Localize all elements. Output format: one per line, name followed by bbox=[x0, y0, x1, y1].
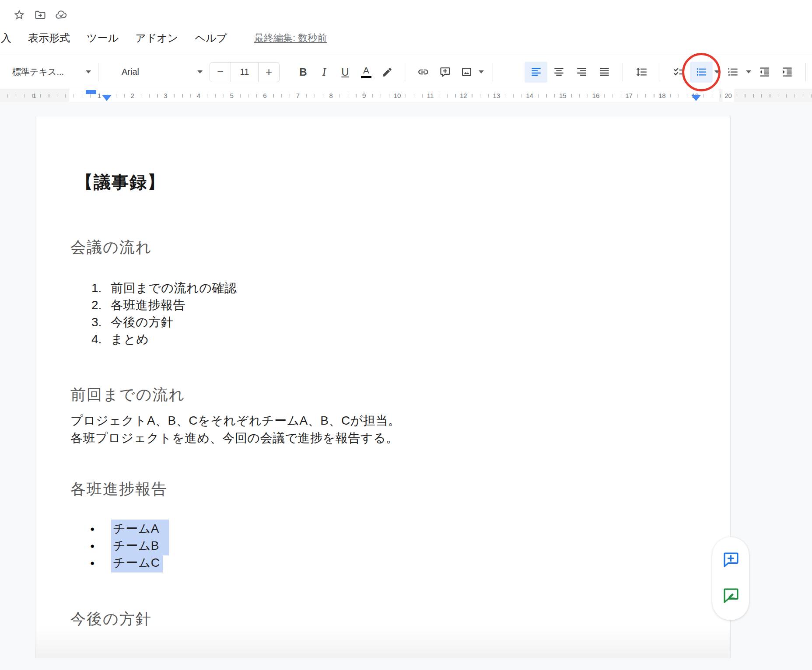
agenda-list-item[interactable]: 4. まとめ bbox=[91, 331, 237, 348]
insert-link-button[interactable] bbox=[412, 62, 434, 83]
ruler-number: 10 bbox=[392, 89, 403, 102]
italic-button[interactable]: I bbox=[314, 62, 335, 83]
numbered-list-button[interactable] bbox=[721, 62, 744, 83]
suggest-edits-fab[interactable] bbox=[721, 586, 741, 607]
align-right-icon bbox=[576, 66, 588, 78]
first-line-indent-marker[interactable] bbox=[86, 90, 96, 94]
right-indent-marker[interactable] bbox=[691, 95, 701, 101]
ruler[interactable]: 1 1234567891011121314151617181920 bbox=[0, 89, 812, 102]
underline-button[interactable]: U bbox=[335, 62, 356, 83]
menu-item[interactable]: 入 bbox=[1, 31, 11, 45]
toolbar-divider bbox=[805, 63, 806, 81]
heading-previous: 前回までの流れ bbox=[70, 384, 185, 405]
line-spacing-button[interactable] bbox=[630, 62, 653, 83]
align-center-button[interactable] bbox=[547, 62, 570, 83]
paragraph-style-value: 標準テキス... bbox=[12, 66, 64, 78]
ruler-number: 8 bbox=[327, 89, 335, 102]
add-comment-icon bbox=[721, 550, 741, 572]
bold-button[interactable]: B bbox=[293, 62, 314, 83]
font-size-control: − 11 + bbox=[210, 62, 280, 82]
list-item-text: まとめ bbox=[111, 331, 149, 348]
justify-button[interactable] bbox=[593, 62, 616, 83]
bulleted-list-button[interactable] bbox=[690, 62, 713, 83]
star-icon[interactable] bbox=[13, 9, 25, 21]
align-left-button[interactable] bbox=[525, 62, 547, 83]
chevron-down-icon bbox=[746, 70, 751, 73]
team-list-item[interactable]: ● チームB bbox=[90, 537, 169, 555]
agenda-list-item[interactable]: 2. 各班進捗報告 bbox=[91, 297, 237, 314]
numbered-list-dropdown[interactable] bbox=[744, 62, 753, 83]
bullet-glyph: ● bbox=[90, 525, 97, 534]
topbar: 入表示形式ツールアドオンヘルプ 最終編集: 数秒前 bbox=[0, 0, 812, 55]
line-spacing-icon bbox=[636, 66, 648, 78]
menu-item[interactable]: ヘルプ bbox=[195, 31, 227, 45]
add-comment-fab[interactable] bbox=[721, 551, 741, 571]
underline-icon: U bbox=[341, 66, 349, 78]
checklist-icon bbox=[673, 66, 685, 78]
team-list-item[interactable]: ● チームA bbox=[90, 520, 169, 537]
selected-team-text: チームA bbox=[111, 520, 169, 538]
paragraph-line: 各班プロジェクトを進め、今回の会議で進捗を報告する。 bbox=[70, 429, 400, 447]
toolbar-divider bbox=[493, 63, 493, 81]
cloud-saved-icon[interactable] bbox=[55, 9, 67, 21]
highlight-color-button[interactable] bbox=[377, 62, 398, 83]
move-folder-icon[interactable] bbox=[34, 9, 46, 21]
highlighter-icon bbox=[382, 66, 393, 78]
checklist-button[interactable] bbox=[667, 62, 690, 83]
link-icon bbox=[417, 66, 429, 78]
decrease-indent-button[interactable] bbox=[753, 62, 776, 83]
bullet-glyph: ● bbox=[90, 559, 97, 568]
ruler-number: 7 bbox=[294, 89, 302, 102]
toolbar-divider bbox=[623, 63, 623, 81]
ruler-number: 17 bbox=[623, 89, 635, 102]
last-edit-link[interactable]: 最終編集: 数秒前 bbox=[254, 31, 327, 45]
align-left-icon bbox=[530, 66, 542, 78]
document-title: 【議事録】 bbox=[76, 171, 165, 194]
insert-image-icon bbox=[461, 66, 472, 78]
menu-item[interactable]: ツール bbox=[87, 31, 119, 45]
agenda-list-item[interactable]: 3. 今後の方針 bbox=[91, 314, 237, 331]
ruler-number: 11 bbox=[425, 89, 436, 102]
heading-progress: 各班進捗報告 bbox=[70, 479, 168, 499]
left-indent-marker[interactable] bbox=[102, 95, 112, 101]
italic-icon: I bbox=[322, 66, 326, 78]
text-color-button[interactable]: A bbox=[356, 62, 377, 83]
list-number: 1. bbox=[91, 281, 111, 295]
heading-agenda: 会議の流れ bbox=[70, 237, 152, 258]
align-right-button[interactable] bbox=[570, 62, 593, 83]
bulleted-list-icon bbox=[696, 66, 707, 78]
suggest-edit-icon bbox=[721, 586, 741, 607]
list-item-text: 前回までの流れの確認 bbox=[111, 280, 237, 297]
menu-item[interactable]: アドオン bbox=[135, 31, 178, 45]
font-family-dropdown[interactable]: Arial bbox=[122, 62, 203, 83]
decrease-font-size-button[interactable]: − bbox=[210, 63, 231, 82]
selected-team-text: チームB bbox=[111, 537, 169, 555]
font-size-value[interactable]: 11 bbox=[231, 63, 259, 82]
toolbar: 標準テキス... Arial − 11 + B I U A bbox=[0, 55, 812, 89]
previous-paragraph[interactable]: プロジェクトA、B、CをそれぞれチームA、B、Cが担当。 各班プロジェクトを進め… bbox=[70, 412, 400, 447]
team-list-item[interactable]: ● チームC bbox=[90, 555, 169, 572]
toolbar-divider bbox=[405, 63, 405, 81]
agenda-list-item[interactable]: 1. 前回までの流れの確認 bbox=[91, 279, 237, 297]
insert-image-button[interactable] bbox=[456, 62, 477, 83]
increase-indent-button[interactable] bbox=[776, 62, 798, 83]
list-number: 2. bbox=[91, 298, 111, 312]
insert-image-dropdown[interactable] bbox=[477, 62, 486, 83]
bulleted-list-dropdown[interactable] bbox=[713, 62, 721, 83]
add-comment-icon bbox=[439, 66, 451, 78]
ruler-number: 2 bbox=[128, 89, 136, 102]
paragraph-style-dropdown[interactable]: 標準テキス... bbox=[12, 62, 91, 83]
ruler-number: 16 bbox=[590, 89, 602, 102]
ruler-number: 5 bbox=[228, 89, 235, 102]
google-docs-window: { "topbar": { "quick_icons": ["star-icon… bbox=[0, 0, 812, 670]
font-family-value: Arial bbox=[122, 67, 139, 77]
ruler-number: 6 bbox=[261, 89, 269, 102]
add-comment-button[interactable] bbox=[434, 62, 456, 83]
document-page[interactable]: 【議事録】 会議の流れ 1. 前回までの流れの確認 2. 各班進捗報告 3. 今… bbox=[35, 116, 731, 658]
menu-item[interactable]: 表示形式 bbox=[28, 31, 70, 45]
justify-icon bbox=[598, 66, 610, 78]
increase-font-size-button[interactable]: + bbox=[259, 63, 279, 82]
ruler-number: 3 bbox=[161, 89, 169, 102]
format-group: B I U A bbox=[293, 62, 398, 83]
document-canvas: 【議事録】 会議の流れ 1. 前回までの流れの確認 2. 各班進捗報告 3. 今… bbox=[0, 102, 812, 670]
